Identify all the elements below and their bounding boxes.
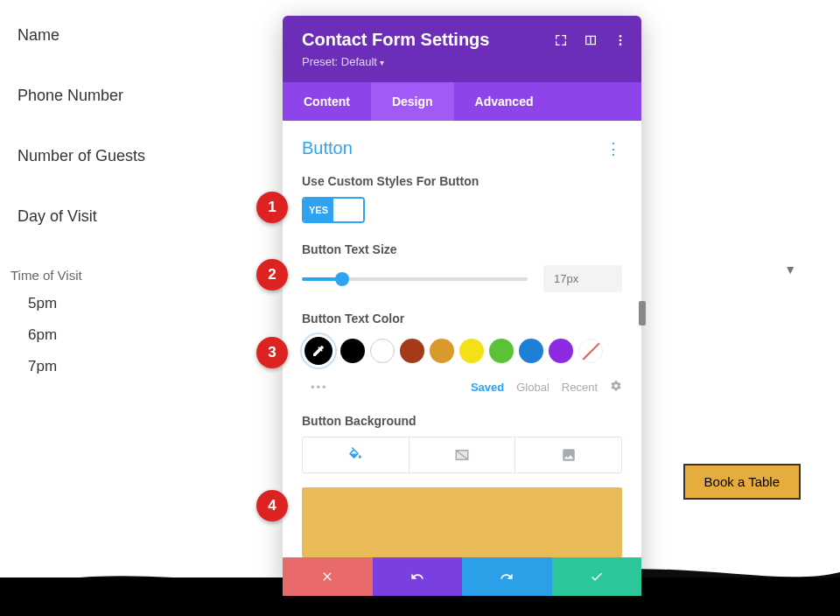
- color-tab-global[interactable]: Global: [516, 381, 550, 394]
- annotation-badge-4: 4: [256, 490, 288, 522]
- preset-dropdown[interactable]: Preset: Default: [302, 55, 622, 68]
- color-picker-eyedropper[interactable]: [302, 334, 335, 368]
- swatch-white[interactable]: [370, 339, 395, 363]
- custom-styles-toggle[interactable]: YES: [302, 197, 365, 223]
- bg-tab-image[interactable]: [515, 438, 621, 472]
- annotation-badge-1: 1: [256, 192, 288, 223]
- svg-point-2: [620, 43, 622, 46]
- section-menu-icon[interactable]: ⋮: [606, 139, 622, 158]
- split-view-icon[interactable]: [584, 33, 598, 51]
- time-options: 5pm 6pm 7pm: [18, 295, 245, 375]
- tab-content[interactable]: Content: [283, 82, 371, 121]
- undo-button[interactable]: [373, 557, 463, 596]
- background-label: Button Background: [302, 414, 622, 428]
- section-title[interactable]: Button: [302, 138, 353, 158]
- color-tab-recent[interactable]: Recent: [562, 381, 598, 394]
- swatch-brown[interactable]: [400, 339, 424, 363]
- text-size-slider[interactable]: [302, 277, 528, 281]
- swatch-green[interactable]: [489, 339, 514, 363]
- bg-tab-color[interactable]: [303, 438, 410, 472]
- svg-point-0: [620, 35, 622, 38]
- bg-tab-gradient[interactable]: [410, 438, 516, 472]
- modal-body: Button ⋮ Use Custom Styles For Button YE…: [283, 121, 641, 557]
- redo-button[interactable]: [462, 557, 552, 596]
- modal-header: Contact Form Settings Preset: Default: [283, 16, 641, 82]
- swatch-none[interactable]: [578, 339, 603, 363]
- tab-advanced[interactable]: Advanced: [454, 82, 555, 121]
- more-colors-icon[interactable]: •••: [311, 381, 328, 394]
- toggle-thumb: [333, 199, 363, 221]
- cancel-button[interactable]: [283, 557, 373, 596]
- form-field-guests[interactable]: Number of Guests: [18, 147, 245, 165]
- annotation-badge-2: 2: [256, 259, 288, 290]
- swatch-black[interactable]: [340, 339, 365, 363]
- modal-tabs: Content Design Advanced: [283, 82, 641, 121]
- resize-handle[interactable]: [639, 301, 646, 326]
- chevron-down-icon[interactable]: ▼: [784, 262, 796, 276]
- save-button[interactable]: [552, 557, 642, 596]
- toggle-yes-label: YES: [304, 199, 333, 221]
- swatch-purple[interactable]: [549, 339, 573, 363]
- color-tab-saved[interactable]: Saved: [471, 381, 504, 394]
- text-size-value[interactable]: 17px: [543, 265, 622, 292]
- swatch-yellow[interactable]: [459, 339, 484, 363]
- text-size-label: Button Text Size: [302, 242, 622, 256]
- time-option-7pm[interactable]: 7pm: [18, 358, 245, 375]
- time-option-5pm[interactable]: 5pm: [18, 295, 245, 312]
- text-color-label: Button Text Color: [302, 312, 622, 326]
- svg-point-1: [620, 39, 622, 42]
- settings-modal: Contact Form Settings Preset: Default Co…: [283, 16, 641, 596]
- form-field-phone[interactable]: Phone Number: [18, 87, 245, 105]
- modal-action-bar: [283, 557, 641, 596]
- book-table-button[interactable]: Book a Table: [683, 464, 801, 500]
- time-option-6pm[interactable]: 6pm: [18, 326, 245, 344]
- form-field-day[interactable]: Day of Visit: [18, 207, 245, 226]
- swatch-blue[interactable]: [519, 339, 543, 363]
- color-settings-gear-icon[interactable]: [610, 380, 622, 395]
- tab-design[interactable]: Design: [371, 82, 454, 121]
- background-type-tabs: [302, 437, 622, 473]
- annotation-badge-3: 3: [256, 337, 288, 368]
- slider-thumb[interactable]: [335, 272, 349, 286]
- background-color-preview[interactable]: [302, 487, 622, 557]
- form-field-name[interactable]: Name: [18, 26, 245, 45]
- kebab-menu-icon[interactable]: [613, 33, 627, 51]
- expand-icon[interactable]: [554, 33, 568, 51]
- swatch-gold[interactable]: [430, 339, 454, 363]
- time-of-visit-label: Time of Visit: [10, 268, 245, 283]
- custom-styles-label: Use Custom Styles For Button: [302, 174, 622, 188]
- color-swatches: [302, 334, 622, 368]
- background-form: Name Phone Number Number of Guests Day o…: [18, 26, 245, 389]
